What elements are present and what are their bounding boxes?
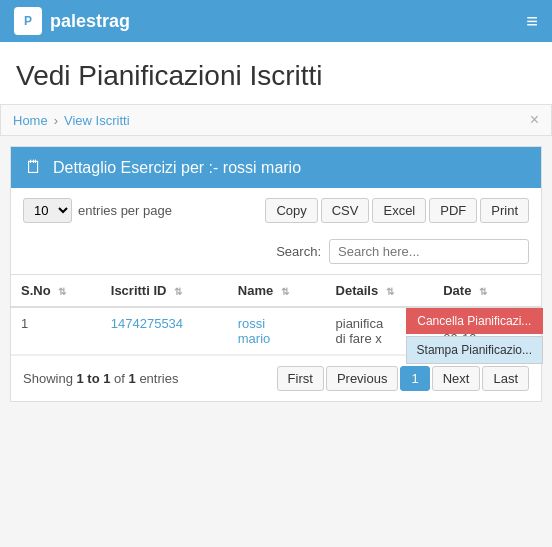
action-buttons: Cancella Pianificazi... Stampa Pianifica… (406, 308, 543, 364)
col-name: Name ⇅ (228, 275, 326, 308)
cell-actions: Cancella Pianificazi... Stampa Pianifica… (521, 307, 541, 355)
pagination: First Previous 1 Next Last (277, 366, 529, 391)
page-title: Vedi Pianificazioni Iscritti (16, 60, 536, 92)
table-toolbar: 10 25 50 entries per page Copy CSV Excel… (11, 188, 541, 233)
cancella-button[interactable]: Cancella Pianificazi... (406, 308, 543, 334)
section-title: Dettaglio Esercizi per :- rossi mario (53, 159, 301, 177)
entries-label: entries per page (78, 203, 172, 218)
brand-logo: P (14, 7, 42, 35)
section-icon: 🗒 (25, 157, 43, 178)
excel-button[interactable]: Excel (372, 198, 426, 223)
copy-button[interactable]: Copy (265, 198, 317, 223)
stampa-button[interactable]: Stampa Pianificazio... (406, 336, 543, 364)
entries-section: 10 25 50 entries per page (23, 198, 172, 223)
breadcrumb-close-icon[interactable]: × (530, 111, 539, 129)
showing-text: Showing 1 to 1 of 1 entries (23, 371, 178, 386)
export-buttons: Copy CSV Excel PDF Print (265, 198, 529, 223)
search-input[interactable] (329, 239, 529, 264)
col-actions (521, 275, 541, 308)
main-content: 🗒 Dettaglio Esercizi per :- rossi mario … (10, 146, 542, 402)
pdf-button[interactable]: PDF (429, 198, 477, 223)
breadcrumb-current: View Iscritti (64, 113, 130, 128)
showing-total: 1 (129, 371, 136, 386)
page-title-section: Vedi Pianificazioni Iscritti (0, 42, 552, 104)
breadcrumb: Home › View Iscritti (13, 113, 130, 128)
breadcrumb-home[interactable]: Home (13, 113, 48, 128)
section-header: 🗒 Dettaglio Esercizi per :- rossi mario (11, 147, 541, 188)
csv-button[interactable]: CSV (321, 198, 370, 223)
previous-button[interactable]: Previous (326, 366, 399, 391)
hamburger-icon[interactable]: ≡ (526, 10, 538, 33)
breadcrumb-separator: › (54, 113, 58, 128)
search-bar: Search: (11, 233, 541, 274)
entries-select[interactable]: 10 25 50 (23, 198, 72, 223)
table-row: 1 1474275534 rossimario pianificadi fare… (11, 307, 541, 355)
cell-sno: 1 (11, 307, 101, 355)
next-button[interactable]: Next (432, 366, 481, 391)
col-date: Date ⇅ (433, 275, 521, 308)
table-header-row: S.No ⇅ Iscritti ID ⇅ Name ⇅ Details ⇅ Da… (11, 275, 541, 308)
brand: P palestrag (14, 7, 130, 35)
cell-iscritti-id[interactable]: 1474275534 (101, 307, 228, 355)
breadcrumb-bar: Home › View Iscritti × (0, 104, 552, 136)
page-1-button[interactable]: 1 (400, 366, 429, 391)
app-header: P palestrag ≡ (0, 0, 552, 42)
first-button[interactable]: First (277, 366, 324, 391)
showing-range: 1 to 1 (76, 371, 110, 386)
cell-name[interactable]: rossimario (228, 307, 326, 355)
last-button[interactable]: Last (482, 366, 529, 391)
data-table: S.No ⇅ Iscritti ID ⇅ Name ⇅ Details ⇅ Da… (11, 274, 541, 355)
col-details: Details ⇅ (326, 275, 434, 308)
search-label: Search: (276, 244, 321, 259)
col-iscritti-id: Iscritti ID ⇅ (101, 275, 228, 308)
brand-name: palestrag (50, 11, 130, 32)
print-button[interactable]: Print (480, 198, 529, 223)
col-sno: S.No ⇅ (11, 275, 101, 308)
